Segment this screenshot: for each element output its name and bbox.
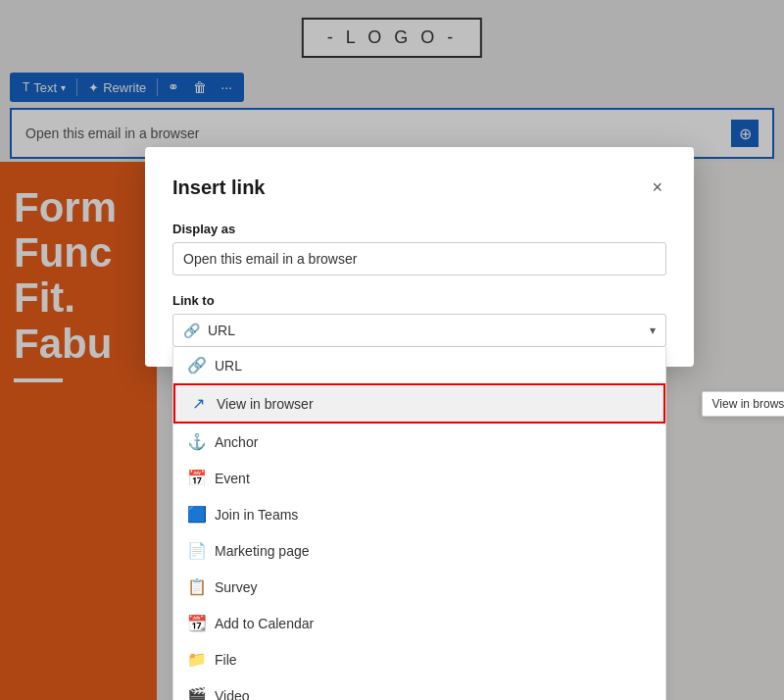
chevron-down-icon: ▾	[650, 324, 656, 337]
dropdown-item[interactable]: 📅Event	[173, 460, 665, 496]
display-as-label: Display as	[172, 222, 666, 236]
dropdown-selected-text: URL	[208, 323, 235, 338]
modal-title: Insert link	[172, 176, 265, 199]
dropdown-item[interactable]: 📆Add to Calendar	[173, 605, 665, 641]
dropdown-item[interactable]: 📄Marketing page	[173, 532, 665, 569]
dropdown-item-label: File	[215, 652, 237, 668]
dropdown-item-label: Join in Teams	[215, 507, 298, 523]
display-as-input[interactable]	[172, 242, 666, 275]
dropdown-item-icon: 🟦	[187, 505, 205, 524]
dropdown-item[interactable]: ⚓Anchor	[173, 424, 665, 460]
dropdown-trigger[interactable]: 🔗 URL ▾	[172, 314, 666, 347]
dropdown-item-label: Event	[215, 471, 250, 486]
dropdown-item-icon: 🔗	[187, 356, 205, 375]
dropdown-item[interactable]: 📋Survey	[173, 569, 665, 605]
dropdown-list: 🔗URL↗View in browserView in browser⚓Anch…	[172, 347, 666, 700]
dropdown-item-label: Add to Calendar	[215, 616, 314, 631]
insert-link-modal: Insert link × Display as Link to 🔗 URL ▾…	[145, 147, 694, 367]
dropdown-item-icon: 📄	[187, 541, 205, 560]
dropdown-item-icon: 📅	[187, 469, 205, 487]
dropdown-link-icon: 🔗	[183, 323, 200, 338]
modal-close-button[interactable]: ×	[648, 175, 666, 200]
dropdown-item-icon: ↗	[189, 394, 207, 413]
dropdown-item[interactable]: ↗View in browserView in browser	[173, 383, 665, 424]
dropdown-item-icon: 📆	[187, 614, 205, 632]
modal-header: Insert link ×	[172, 175, 666, 200]
dropdown-item[interactable]: 🎬Video	[173, 677, 665, 700]
dropdown-item-label: Anchor	[215, 434, 258, 450]
dropdown-item[interactable]: 🟦Join in Teams	[173, 496, 665, 532]
dropdown-item-icon: ⚓	[187, 432, 205, 451]
dropdown-item-icon: 📋	[187, 577, 205, 596]
link-to-dropdown[interactable]: 🔗 URL ▾ 🔗URL↗View in browserView in brow…	[172, 314, 666, 347]
dropdown-item-label: Marketing page	[215, 543, 310, 559]
dropdown-item-icon: 📁	[187, 650, 205, 669]
dropdown-item[interactable]: 📁File	[173, 641, 665, 677]
dropdown-item-label: View in browser	[217, 396, 314, 412]
link-to-label: Link to	[172, 293, 666, 308]
dropdown-item[interactable]: 🔗URL	[173, 347, 665, 383]
dropdown-item-label: Video	[215, 688, 250, 701]
dropdown-item-label: Survey	[215, 579, 258, 595]
dropdown-trigger-left: 🔗 URL	[183, 323, 235, 338]
dropdown-item-label: URL	[215, 358, 242, 374]
view-in-browser-tooltip: View in browser	[702, 391, 784, 417]
dropdown-item-icon: 🎬	[187, 686, 205, 700]
